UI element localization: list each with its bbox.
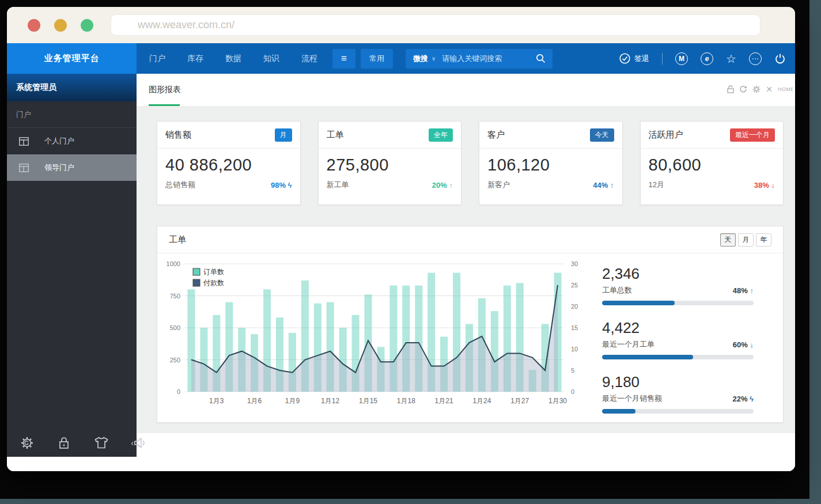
- settings-gear-icon[interactable]: [752, 85, 761, 93]
- signout-button[interactable]: 签退: [619, 53, 649, 64]
- more-options-icon[interactable]: ⋯: [749, 52, 762, 65]
- sidebar-item-个人门户[interactable]: 个人门户: [7, 128, 137, 154]
- svg-text:0: 0: [571, 388, 574, 395]
- svg-text:500: 500: [170, 324, 180, 331]
- trend-icon: ↓: [750, 340, 754, 349]
- stat-label: 最近一个月销售额: [602, 393, 662, 404]
- browser-window: 业务管理平台 门户库存数据知识流程 ≡ 常用 微搜∨: [7, 7, 795, 471]
- nav-menu-item-1[interactable]: 门户: [149, 54, 165, 64]
- address-input[interactable]: [111, 15, 760, 35]
- nav-menu-item-3[interactable]: 数据: [225, 54, 241, 64]
- trend-icon: ↑: [449, 181, 453, 190]
- card-percent: 20% ↑: [432, 181, 453, 190]
- card-period-badge[interactable]: 全年: [429, 128, 453, 142]
- close-tab-icon[interactable]: ✕: [766, 85, 773, 93]
- topnav-right-icons: 签退 M e ☆ ⋯: [619, 52, 786, 65]
- tab-graphic-reports[interactable]: 图形报表: [149, 85, 181, 95]
- dashboard-panel: 销售额月40 886,200总销售额98% ϟ工单全年275,800新工单20%…: [137, 107, 795, 433]
- side-stat-1: 2,346工单总数48% ↑: [602, 265, 754, 305]
- svg-text:1000: 1000: [167, 260, 180, 267]
- svg-text:1月6: 1月6: [247, 397, 262, 405]
- global-search: 微搜∨: [406, 49, 553, 69]
- side-stat-3: 9,180最近一个月销售额22% ϟ: [602, 373, 754, 414]
- ecology-icon[interactable]: e: [701, 52, 713, 65]
- sidebar-user[interactable]: 系统管理员: [7, 74, 137, 101]
- power-icon[interactable]: [774, 53, 786, 65]
- svg-text:1月3: 1月3: [209, 397, 224, 405]
- lock-icon[interactable]: [59, 437, 69, 449]
- traffic-lights: [28, 19, 93, 32]
- sidebar-item-领导门户[interactable]: 领导门户: [7, 154, 137, 181]
- active-tab-indicator: [149, 104, 180, 106]
- content-footer: [137, 433, 795, 471]
- messages-icon[interactable]: M: [675, 52, 688, 65]
- minimize-window-button[interactable]: [54, 19, 67, 32]
- check-circle-icon: [619, 53, 630, 64]
- stat-card-4: 活跃用户最近一个月80,60012月38% ↓: [640, 121, 784, 205]
- trend-icon: ↑: [610, 181, 614, 190]
- svg-text:20: 20: [571, 303, 578, 310]
- orders-chart: 025050075010000510152025301月31月61月91月121…: [157, 253, 595, 419]
- theme-icon[interactable]: [94, 437, 108, 449]
- search-button[interactable]: [529, 49, 551, 69]
- svg-text:订单数: 订单数: [203, 268, 224, 276]
- home-label[interactable]: HOME: [778, 86, 793, 92]
- desktop-edge-bottom: [0, 499, 821, 504]
- svg-text:1月12: 1月12: [321, 397, 339, 405]
- card-label: 12月: [649, 180, 664, 190]
- sound-icon[interactable]: [134, 437, 147, 449]
- card-percent: 44% ↑: [593, 181, 614, 190]
- chart-side-stats: 2,346工单总数48% ↑4,422最近一个月工单60% ↓9,180最近一个…: [595, 253, 768, 427]
- pinned-menu-button[interactable]: 常用: [361, 49, 393, 69]
- refresh-icon[interactable]: [739, 85, 747, 93]
- favorites-star-icon[interactable]: ☆: [726, 53, 736, 65]
- lock-icon[interactable]: [727, 85, 734, 93]
- range-button-月[interactable]: 月: [738, 233, 754, 247]
- card-period-badge[interactable]: 月: [275, 128, 292, 142]
- card-label: 新客户: [487, 180, 510, 190]
- svg-text:250: 250: [170, 357, 180, 363]
- svg-text:750: 750: [170, 293, 180, 300]
- sidebar-footer: ‹: [7, 429, 137, 457]
- svg-text:1月9: 1月9: [285, 397, 300, 405]
- collapse-sidebar-icon[interactable]: ‹: [131, 438, 134, 448]
- app-brand: 业务管理平台: [7, 43, 137, 74]
- svg-text:1月18: 1月18: [397, 397, 415, 405]
- maximize-window-button[interactable]: [81, 19, 93, 32]
- stat-label: 工单总数: [602, 285, 632, 295]
- nav-menu-item-5[interactable]: 流程: [301, 54, 317, 64]
- close-window-button[interactable]: [28, 19, 40, 32]
- range-button-天[interactable]: 天: [720, 233, 736, 247]
- trend-icon: ϟ: [750, 395, 754, 403]
- address-bar: [111, 14, 761, 36]
- search-scope-dropdown[interactable]: 微搜∨: [407, 54, 442, 64]
- menu-hamburger-button[interactable]: ≡: [332, 49, 355, 69]
- card-title: 销售额: [165, 130, 191, 141]
- sidebar-section-portal[interactable]: 门户: [7, 101, 137, 128]
- card-title: 客户: [487, 130, 505, 141]
- progress-track: [602, 355, 754, 359]
- stat-value: 2,346: [602, 265, 754, 283]
- card-title: 活跃用户: [649, 130, 683, 141]
- desktop-edge-right: [809, 0, 821, 504]
- card-value: 106,120: [487, 156, 614, 175]
- svg-text:15: 15: [571, 324, 578, 331]
- card-label: 总销售额: [165, 180, 195, 190]
- svg-text:1月21: 1月21: [435, 397, 453, 405]
- nav-menu-item-2[interactable]: 库存: [187, 54, 203, 64]
- progress-fill: [602, 355, 693, 359]
- trend-icon: ↓: [771, 181, 775, 190]
- settings-icon[interactable]: [21, 437, 33, 449]
- stat-cards-row: 销售额月40 886,200总销售额98% ϟ工单全年275,800新工单20%…: [157, 121, 784, 205]
- card-period-badge[interactable]: 最近一个月: [730, 128, 775, 142]
- stat-card-2: 工单全年275,800新工单20% ↑: [318, 121, 462, 205]
- card-value: 275,800: [327, 156, 453, 175]
- sidebar: 系统管理员 门户 个人门户领导门户 ‹: [7, 74, 137, 471]
- app-topnav: 业务管理平台 门户库存数据知识流程 ≡ 常用 微搜∨: [7, 43, 795, 74]
- card-period-badge[interactable]: 今天: [590, 128, 614, 142]
- search-input[interactable]: [442, 49, 529, 69]
- range-button-年[interactable]: 年: [756, 233, 771, 247]
- nav-menu-item-4[interactable]: 知识: [263, 54, 279, 64]
- chart-card: 工单 天月年 025050075010000510152025301月31月61…: [157, 226, 784, 423]
- svg-text:付款数: 付款数: [203, 279, 224, 287]
